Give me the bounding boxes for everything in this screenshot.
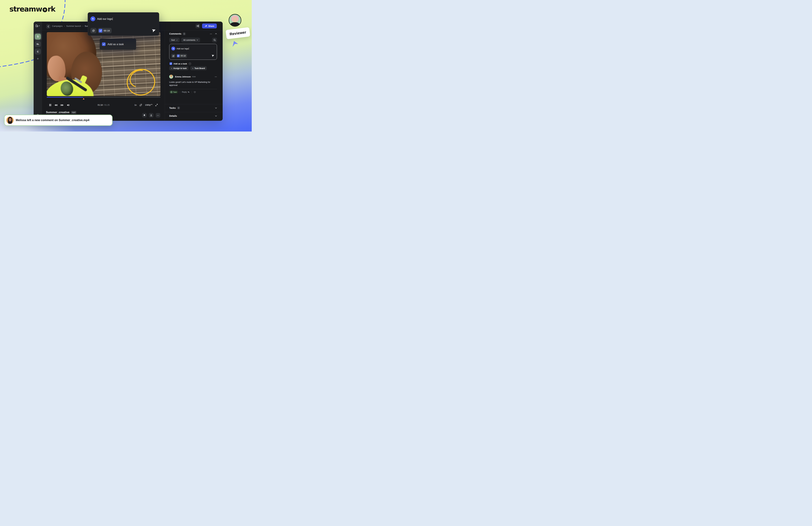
collapse-comments-button[interactable] <box>215 33 217 34</box>
download-icon <box>150 114 152 117</box>
assign-to-task-button[interactable]: + Assign to task <box>169 66 188 70</box>
notification-toast[interactable]: Melissa left a new comment on Summer_cre… <box>4 115 113 126</box>
streamwork-logo: streamwrk <box>10 5 55 13</box>
video-progress-track[interactable] <box>47 97 160 98</box>
chevron-down-icon <box>39 25 40 26</box>
total-time: / 01:25 <box>103 104 110 106</box>
reviewer-tag: Reviewer <box>226 27 250 39</box>
add-as-task-label: Add as a task <box>173 62 187 65</box>
notifications-button[interactable] <box>142 113 147 118</box>
breadcrumb-separator: › <box>83 25 83 27</box>
sort-arrows-icon: ↓↑ <box>176 39 178 41</box>
section-divider <box>165 112 223 112</box>
comments-filter-dropdown[interactable]: All comments <box>181 38 200 42</box>
logo-text-pre: streamw <box>10 5 42 13</box>
player-controls: 01:18 / 01:25 1x 1080pHD <box>47 102 160 108</box>
workspace-tile-sl[interactable]: SL <box>35 41 41 47</box>
comment-menu-button[interactable]: ••• <box>215 76 217 77</box>
logo-text-post: rk <box>47 5 55 13</box>
like-heart-button[interactable] <box>193 91 196 93</box>
share-label: Share <box>208 25 214 27</box>
timestamp-chip[interactable]: 00:18 <box>176 54 187 58</box>
toast-avatar <box>6 117 14 124</box>
task-board-button[interactable]: + Task Board <box>190 66 207 70</box>
workspace-tile-c[interactable]: C <box>35 48 41 55</box>
add-workspace-button[interactable]: + <box>35 56 41 61</box>
comment-timestamp-marker[interactable] <box>83 98 85 100</box>
text-caret <box>189 47 189 50</box>
tasks-section-header[interactable]: Tasks 4 <box>169 106 217 109</box>
details-title: Details <box>169 115 177 117</box>
floating-composer-input[interactable]: Add our logo <box>97 17 113 20</box>
plus-icon: + <box>192 67 193 70</box>
send-comment-button[interactable] <box>152 28 156 32</box>
breadcrumb-campaigns[interactable]: Campaigns <box>52 25 63 27</box>
sidebar-divider <box>35 31 41 31</box>
download-button[interactable] <box>149 113 154 118</box>
loop-button[interactable] <box>139 104 142 106</box>
expand-tasks-chevron-icon[interactable] <box>215 107 217 108</box>
timestamp-chip[interactable]: 00:18 <box>98 28 112 33</box>
marketing-scene: streamwrk S SL C + <box>0 0 252 132</box>
add-as-task-checkbox[interactable] <box>170 62 172 65</box>
fullscreen-button[interactable] <box>155 104 158 106</box>
tasks-count-badge: 4 <box>177 106 180 109</box>
ai-sparkle-icon <box>171 47 175 50</box>
organization-switcher[interactable] <box>35 24 41 28</box>
video-progress-fill <box>47 97 83 98</box>
comments-menu-button[interactable]: ••• <box>210 33 212 34</box>
quality-button[interactable]: 1080pHD <box>145 104 153 106</box>
comment-composer[interactable]: Add our logo @ 00:18 <box>169 44 217 60</box>
breadcrumb-summer-launch[interactable]: Summer launch <box>66 25 81 27</box>
reviewer-avatar <box>229 14 241 27</box>
app-window: S SL C + Campaigns › Summer launch › Sum… <box>34 21 223 121</box>
playback-speed-button[interactable]: 1x <box>134 104 136 106</box>
help-icon[interactable]: ? <box>189 62 191 65</box>
timestamp-checkbox[interactable] <box>177 55 179 57</box>
mention-button[interactable]: @ <box>171 54 175 58</box>
section-divider <box>165 104 223 104</box>
workspace-tile-s[interactable]: S <box>35 34 41 40</box>
reply-arrow-icon <box>188 91 190 93</box>
reply-button[interactable]: Reply <box>182 91 190 93</box>
add-as-task-checkbox[interactable] <box>102 42 105 46</box>
breadcrumb-separator: › <box>64 25 65 27</box>
reviewer-label: Reviewer <box>229 30 246 36</box>
comments-count-badge: 1 <box>183 32 186 35</box>
task-note-icon <box>171 91 172 93</box>
expand-details-chevron-icon[interactable] <box>215 115 217 117</box>
composer-input[interactable]: Add our logo <box>176 47 189 50</box>
bell-icon <box>143 114 145 117</box>
floating-comment-composer[interactable]: Add our logo @ 00:18 <box>88 12 159 36</box>
cursor-arrow-icon <box>232 41 238 47</box>
chevron-down-icon <box>197 40 198 41</box>
building-icon <box>35 24 38 27</box>
yellow-circle-annotation <box>127 69 155 96</box>
timestamp-checkbox[interactable] <box>99 29 102 32</box>
task-chip[interactable]: Task <box>169 90 178 93</box>
more-options-button[interactable]: ••• <box>156 113 160 118</box>
routing-workflow-button[interactable] <box>195 24 200 28</box>
tasks-title: Tasks <box>169 107 176 109</box>
share-button[interactable]: Share <box>202 24 217 28</box>
ai-sparkle-icon <box>90 16 95 21</box>
action-separator <box>180 91 180 93</box>
sort-button[interactable]: Sort ↓↑ <box>169 38 179 42</box>
add-as-task-popup[interactable]: Add as a task <box>100 39 136 50</box>
current-time: 01:18 <box>98 104 103 106</box>
search-comments-button[interactable] <box>212 38 217 42</box>
logo-o-mark-icon <box>43 8 47 12</box>
details-section-header[interactable]: Details <box>169 115 217 117</box>
back-button[interactable] <box>46 24 50 29</box>
plus-icon: + <box>171 67 172 70</box>
send-comment-button[interactable] <box>212 54 215 57</box>
comment-item: Emma Johnson now ••• Looks good! Let's r… <box>169 75 217 93</box>
chevron-left-icon <box>47 25 49 28</box>
mention-button[interactable]: @ <box>90 28 97 33</box>
file-type-badge: mp4 <box>71 111 76 114</box>
ellipsis-icon: ••• <box>157 115 159 116</box>
toast-message: Melissa left a new comment on Summer_cre… <box>16 118 89 122</box>
route-branch-icon <box>196 25 199 27</box>
commenter-avatar <box>169 75 173 78</box>
comment-time: now <box>192 75 196 78</box>
